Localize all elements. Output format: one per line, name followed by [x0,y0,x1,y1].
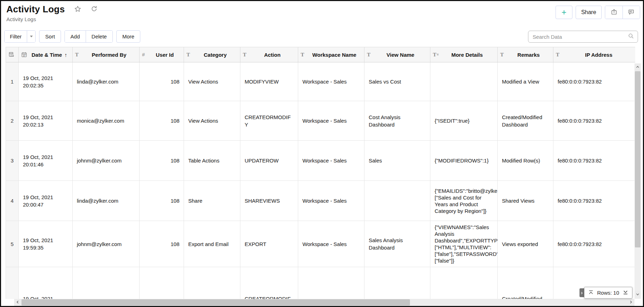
scroll-up-button[interactable] [634,63,641,71]
column-label: Remarks [510,52,541,58]
cell-performed_by: monica@zylker.com [73,101,140,140]
cell-datetime: 19 Oct, 202120:02:13 [19,101,73,140]
add-button[interactable]: Add [65,31,86,42]
app-window: Activity Logs Activity Logs + Share [0,0,644,307]
scroll-to-bottom-button[interactable] [622,289,628,296]
delete-button[interactable]: Delete [86,31,112,42]
column-header-user_id[interactable]: #User Id [140,47,184,62]
cell-user_id: 108 [140,101,184,140]
cell-num: 6 [6,267,19,299]
cell-view_name: Sales vs Cost [364,62,430,101]
column-header-select[interactable] [6,47,19,62]
table-header-row: 17Date & Time↑TPerformed By#User IdTCate… [6,47,635,62]
cell-more_details: {"VIEWNAMES":"Sales Analysis Dashboard",… [430,221,498,267]
cell-category: Share [184,181,240,221]
text-icon: T [301,52,304,58]
export-button[interactable] [605,6,622,19]
horizontal-scrollbar[interactable] [14,299,634,306]
cell-remarks: Modified a View [498,62,553,101]
calendar-icon: 17 [21,52,27,58]
svg-text:17: 17 [23,54,26,57]
toolbar: Filter Sort Add Delete More [4,30,140,43]
cell-user_id: 108 [140,141,184,180]
rows-control: Rows: 10 [584,287,632,299]
cell-action: CREATEORMODIFY [240,267,298,299]
table-select-icon [8,51,15,58]
cell-more_details: {"ISEDIT":true} [430,267,498,299]
column-header-category[interactable]: TCategory [184,47,240,62]
cell-num: 3 [6,141,19,180]
column-header-date_time[interactable]: 17Date & Time↑ [19,47,73,62]
cell-ip: fe80:0:0:0:7923:82 [553,221,635,267]
chevron-down-icon [30,36,33,37]
cell-action: SHAREVIEWS [240,181,298,221]
cell-workspace: Workspace - Sales [298,181,364,221]
horizontal-scroll-thumb[interactable] [22,299,410,306]
table-row: 319 Oct, 202120:01:46johnm@zylker.com108… [6,141,635,181]
column-header-workspace_name[interactable]: TWorkspace Name [298,47,364,62]
cell-more_details: {"ISEDIT":true} [430,101,498,140]
cell-num: 4 [6,181,19,221]
cell-category: View Actions [184,101,240,140]
rows-popup: Rows: 10 [579,287,632,299]
cell-action: CREATEORMODIFY [240,101,298,140]
cell-view_name [364,181,430,221]
cell-user_id: 108 [140,62,184,101]
vertical-scrollbar[interactable] [634,63,641,299]
chevron-down-icon [636,291,640,298]
cell-category: Export and Email [184,221,240,267]
text-icon: T [186,52,190,58]
sort-button[interactable]: Sort [39,30,61,43]
chevron-right-icon [580,290,583,296]
scroll-right-button[interactable] [627,299,634,306]
column-label: User Id [148,52,175,58]
cell-workspace: Audit logs [298,267,364,299]
refresh-icon [91,5,98,13]
cell-performed_by: linda@zylker.com [73,181,140,221]
vertical-scroll-thumb[interactable] [635,71,640,247]
search-box [528,31,638,43]
column-header-remarks[interactable]: TRemarks [498,47,553,62]
column-label: IP Address [577,52,614,58]
column-header-action[interactable]: TAction [240,47,298,62]
column-header-more_details[interactable]: T≡More Details [430,47,498,62]
cell-datetime: 19 Oct, 202119:59:35 [19,221,73,267]
table-row: 519 Oct, 202119:59:35johnm@zylker.com108… [6,221,635,267]
activity-logs-grid: 17Date & Time↑TPerformed By#User IdTCate… [6,47,635,299]
cell-ip: fe80:0:0:0:7923:82 [553,181,635,221]
cell-workspace: Workspace - Sales [298,62,364,101]
search-icon [628,33,634,41]
rows-popup-collapse-tab[interactable] [579,288,584,297]
cell-view_name: Sales Analysis Dashboard [364,221,430,267]
filter-button[interactable]: Filter [5,31,27,42]
scroll-down-button[interactable] [634,291,641,298]
column-label: Action [256,52,282,58]
cell-action: EXPORT [240,221,298,267]
favorite-button[interactable] [74,5,81,14]
cell-performed_by: linda@zylker.com [73,62,140,101]
cell-user_id: 108 [140,221,184,267]
scroll-left-button[interactable] [14,299,21,306]
column-header-view_name[interactable]: TView Name [364,47,430,62]
search-input[interactable] [532,33,628,40]
comments-button[interactable] [622,6,640,19]
share-button[interactable]: Share [576,6,602,19]
page-subtitle: Activity Logs [6,16,36,22]
text-icon: T [367,52,370,58]
scroll-to-top-button[interactable] [588,289,594,296]
cell-datetime: 19 Oct, 202120:01:46 [19,141,73,180]
table-body: 119 Oct, 202120:02:35linda@zylker.com108… [6,62,635,299]
cell-ip: fe80:0:0:0:7923:82 [553,141,635,180]
cell-category: Table Actions [184,141,240,180]
filter-dropdown-toggle[interactable] [27,31,35,42]
text-icon: T [556,52,559,58]
column-label: Workspace Name [305,52,358,58]
cell-workspace: Workspace - Sales [298,221,364,267]
column-header-performed_by[interactable]: TPerformed By [73,47,140,62]
cell-user_id: 108 [140,267,184,299]
create-new-button[interactable]: + [556,6,572,19]
more-button[interactable]: More [116,30,140,43]
cell-category: View Actions [184,62,240,101]
refresh-button[interactable] [91,5,98,13]
column-header-ip_address[interactable]: TIP Address [553,47,635,62]
